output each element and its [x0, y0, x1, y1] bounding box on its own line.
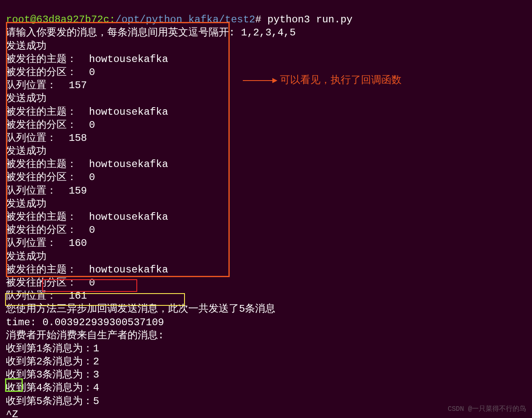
prompt-line: root@63d8a927b72c:/opt/python_kafka/test… — [6, 14, 353, 25]
topic-line-4: 被发往的主题： howtousekafka — [6, 211, 168, 223]
consumer-start-line: 消费者开始消费来自生产者的消息: — [6, 330, 164, 341]
partition-line-4: 被发往的分区： 0 — [6, 224, 95, 236]
time-line: time: 0.003922939300537109 — [6, 317, 164, 328]
topic-line-5: 被发往的主题： howtousekafka — [6, 264, 168, 275]
send-success-5: 发送成功 — [6, 251, 46, 262]
partition-line-5: 被发往的分区： 0 — [6, 277, 95, 289]
ctrl-z: ^Z — [6, 409, 18, 418]
queue-pos-160: 队列位置： 160 — [6, 237, 87, 249]
queue-pos-159: 队列位置： 159 — [6, 185, 87, 197]
topic-line-3: 被发往的主题： howtousekafka — [6, 159, 168, 170]
send-success-1: 发送成功 — [6, 40, 46, 52]
partition-line-2: 被发往的分区： 0 — [6, 119, 95, 131]
input-prompt-line: 请输入你要发的消息，每条消息间用英文逗号隔开: 1,2,3,4,5 — [6, 27, 296, 38]
prompt-sep: : — [109, 14, 115, 25]
send-success-2: 发送成功 — [6, 93, 46, 104]
msg-2: 收到第2条消息为：2 — [6, 356, 99, 367]
partition-line-3: 被发往的分区： 0 — [6, 172, 95, 183]
terminal-output[interactable]: root@63d8a927b72c:/opt/python_kafka/test… — [0, 0, 532, 418]
queue-pos-161: 队列位置： 161 — [6, 290, 87, 302]
send-success-4: 发送成功 — [6, 198, 46, 210]
send-success-3: 发送成功 — [6, 146, 46, 157]
queue-pos-158: 队列位置： 158 — [6, 132, 87, 144]
annotation-text: 可以看见，执行了回调函数 — [280, 74, 402, 87]
msg-1: 收到第1条消息为：1 — [6, 343, 99, 354]
topic-line-1: 被发往的主题： howtousekafka — [6, 54, 168, 65]
msg-4: 收到第4条消息为：4 — [6, 382, 99, 394]
prompt-symbol: # — [255, 14, 261, 25]
watermark: CSDN @一只菜得不行的鸟 — [448, 405, 526, 414]
msg-5: 收到第5条消息为：5 — [6, 396, 99, 407]
command-text: python3 run.py — [267, 14, 353, 25]
partition-line-1: 被发往的分区： 0 — [6, 67, 95, 78]
arrow-line-icon — [243, 80, 277, 81]
msg-3: 收到第3条消息为：3 — [6, 369, 99, 380]
annotation-arrow: 可以看见，执行了回调函数 — [243, 74, 402, 87]
queue-pos-157: 队列位置： 157 — [6, 80, 87, 91]
topic-line-2: 被发往的主题： howtousekafka — [6, 106, 168, 118]
prompt-user: root@63d8a927b72c — [6, 14, 109, 25]
prompt-path: /opt/python_kafka/test2 — [115, 14, 255, 25]
summary-line: 您使用方法三异步加回调发送消息，此次一共发送了5条消息 — [6, 303, 275, 315]
